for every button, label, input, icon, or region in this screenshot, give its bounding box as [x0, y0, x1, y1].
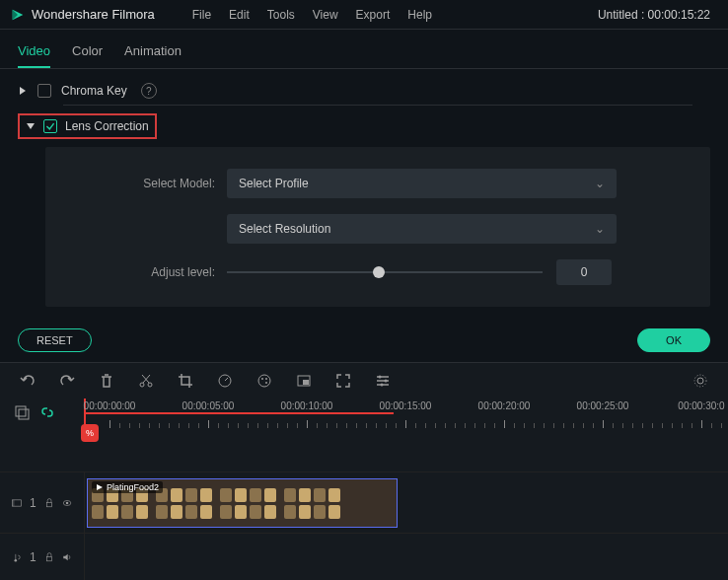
adjust-level-label: Adjust level:: [69, 265, 227, 279]
svg-rect-15: [19, 409, 29, 419]
adjust-level-input[interactable]: 0: [556, 259, 612, 285]
audio-track: 1: [0, 533, 728, 580]
tab-animation[interactable]: Animation: [124, 37, 182, 68]
undo-icon[interactable]: [20, 373, 36, 389]
timeline-toolbar: [0, 363, 728, 399]
chroma-key-checkbox[interactable]: [37, 84, 51, 98]
speed-icon[interactable]: [217, 373, 233, 389]
svg-rect-14: [16, 406, 26, 416]
delete-icon[interactable]: [99, 373, 114, 389]
chroma-key-section-header[interactable]: Chroma Key ?: [18, 77, 710, 105]
menu-export[interactable]: Export: [356, 8, 391, 22]
adjust-level-slider[interactable]: [227, 271, 543, 273]
video-clip[interactable]: PlatingFood2: [87, 478, 398, 528]
svg-point-6: [265, 382, 267, 384]
settings-icon[interactable]: [692, 373, 708, 389]
reset-button[interactable]: RESET: [18, 328, 92, 352]
svg-point-5: [265, 378, 267, 380]
timecode-label: 00:00:25:00: [577, 400, 629, 411]
menu-view[interactable]: View: [313, 8, 338, 22]
timeline-link-icon[interactable]: [39, 404, 55, 420]
tab-video[interactable]: Video: [18, 37, 50, 68]
timecode-label: 00:00:10:00: [281, 400, 333, 411]
lock-icon[interactable]: [44, 496, 54, 510]
timeline-ruler[interactable]: 00:00:00:0000:00:05:0000:00:10:0000:00:1…: [84, 399, 728, 428]
timecode-label: 00:00:20:00: [478, 400, 531, 411]
main-menu: File Edit Tools View Export Help: [192, 8, 432, 22]
menu-file[interactable]: File: [192, 8, 211, 22]
property-tabs: Video Color Animation: [0, 30, 728, 68]
svg-rect-22: [46, 556, 51, 560]
clip-label: PlatingFood2: [92, 481, 163, 493]
video-track-number: 1: [30, 496, 36, 510]
select-model-label: Select Model:: [69, 177, 227, 190]
select-resolution-value: Select Resolution: [239, 222, 330, 236]
play-icon: [96, 483, 104, 491]
video-track-icon: [12, 496, 22, 510]
menu-help[interactable]: Help: [407, 8, 432, 22]
lock-icon[interactable]: [44, 550, 54, 564]
chroma-key-help-icon[interactable]: ?: [141, 83, 157, 99]
timeline-progress: [86, 412, 394, 414]
adjust-icon[interactable]: [375, 373, 391, 389]
svg-point-20: [66, 501, 69, 504]
playhead-marker[interactable]: %: [81, 424, 99, 442]
svg-point-3: [258, 375, 270, 387]
svg-point-13: [694, 375, 706, 387]
svg-point-11: [381, 384, 384, 387]
svg-point-21: [15, 558, 18, 561]
chevron-right-icon: [18, 86, 28, 96]
select-profile-value: Select Profile: [239, 177, 309, 190]
timeline-area: 00:00:00:0000:00:05:0000:00:10:0000:00:1…: [0, 399, 728, 580]
lens-correction-checkbox[interactable]: [43, 119, 57, 133]
chevron-down-icon: ⌄: [595, 177, 605, 190]
lens-correction-body: Select Model: Select Profile ⌄ Select Re…: [45, 147, 710, 307]
chevron-down-icon[interactable]: [26, 121, 36, 131]
pip-icon[interactable]: [296, 373, 312, 389]
select-resolution-dropdown[interactable]: Select Resolution ⌄: [227, 214, 617, 244]
select-profile-dropdown[interactable]: Select Profile ⌄: [227, 169, 617, 198]
video-track: 1 PlatingFood2: [0, 471, 728, 533]
svg-point-0: [140, 383, 144, 387]
svg-point-12: [697, 378, 703, 384]
redo-icon[interactable]: [59, 373, 75, 389]
svg-rect-8: [303, 380, 309, 385]
timecode-label: 00:00:00:00: [84, 400, 136, 411]
timecode-label: 00:00:05:00: [182, 400, 235, 411]
lens-correction-highlight: Lens Correction: [18, 113, 157, 139]
svg-rect-17: [13, 499, 15, 505]
timecode-label: 00:00:15:00: [380, 400, 432, 411]
speaker-icon[interactable]: [62, 550, 72, 564]
audio-track-number: 1: [30, 550, 36, 564]
svg-point-10: [385, 380, 388, 383]
timecode-label: 00:00:30:0: [678, 400, 724, 411]
crop-icon[interactable]: [178, 373, 193, 389]
chevron-down-icon: ⌄: [595, 222, 605, 236]
chroma-key-label: Chroma Key: [61, 84, 127, 98]
app-logo-icon: [10, 7, 26, 23]
timeline-layers-icon[interactable]: [14, 404, 30, 420]
svg-point-4: [261, 378, 263, 380]
ok-button[interactable]: OK: [637, 328, 710, 352]
svg-point-1: [148, 383, 152, 387]
color-icon[interactable]: [256, 373, 272, 389]
eye-icon[interactable]: [62, 496, 72, 510]
titlebar: Wondershare Filmora File Edit Tools View…: [0, 0, 728, 29]
lens-correction-label: Lens Correction: [65, 119, 149, 133]
fullscreen-icon[interactable]: [335, 373, 351, 389]
audio-track-icon: [12, 550, 22, 564]
document-title: Untitled : 00:00:15:22: [598, 8, 718, 22]
tab-color[interactable]: Color: [72, 37, 103, 68]
svg-rect-18: [46, 502, 51, 506]
slider-thumb[interactable]: [373, 266, 385, 278]
cut-icon[interactable]: [138, 373, 154, 389]
menu-edit[interactable]: Edit: [229, 8, 250, 22]
app-name: Wondershare Filmora: [32, 7, 155, 22]
svg-point-9: [379, 376, 382, 379]
menu-tools[interactable]: Tools: [267, 8, 295, 22]
